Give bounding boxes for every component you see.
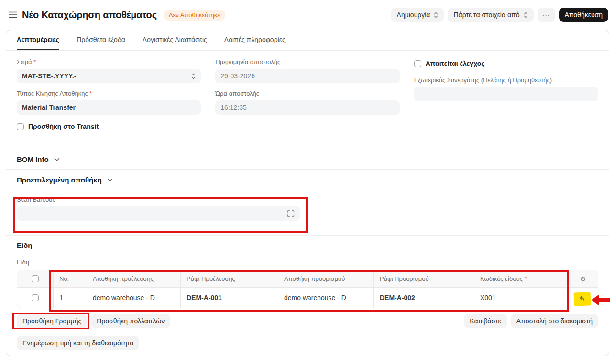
chevron-updown-icon bbox=[191, 73, 196, 79]
chevron-down-icon bbox=[107, 178, 113, 182]
update-rate-availability-button[interactable]: Ενημέρωση τιμή και τη διαθεσιμότητα bbox=[17, 336, 139, 350]
chevron-updown-icon bbox=[434, 12, 438, 18]
posting-date-field-group: Ημερομηνία αποστολής 29-03-2026 bbox=[215, 58, 399, 83]
chevron-down-icon bbox=[54, 158, 60, 161]
items-field-label: Είδη bbox=[17, 258, 598, 266]
bom-info-title: BOM Info bbox=[17, 155, 49, 163]
gear-icon[interactable]: ⚙ bbox=[580, 275, 586, 283]
external-partner-field-group: Εξωτερικός Συνεργάτης (Πελάτης ή Προμηθε… bbox=[414, 76, 598, 101]
items-section: Είδη Είδη No. Αποθήκη προέλευσης Ράφι Πρ… bbox=[6, 235, 609, 350]
upload-button[interactable]: Αποστολή στο διακομιστή bbox=[511, 314, 598, 328]
form-column-3: Απαιτείται έλεγχος Εξωτερικός Συνεργάτης… bbox=[414, 58, 598, 130]
col-target-warehouse: Αποθήκη προορισμού bbox=[278, 270, 374, 288]
form-column-1: Σειρά * MAT-STE-.YYYY.- Τύπος Κίνησης Απ… bbox=[17, 58, 201, 130]
items-table: No. Αποθήκη προέλευσης Ράφι Προέλευσης Α… bbox=[17, 270, 598, 308]
posting-date-input[interactable]: 29-03-2026 bbox=[215, 69, 399, 83]
col-source-shelf: Ράφι Προέλευσης bbox=[181, 270, 278, 288]
movement-type-input[interactable]: Material Transfer bbox=[17, 100, 201, 115]
items-heading: Είδη bbox=[17, 241, 598, 249]
scan-barcode-input[interactable] bbox=[17, 206, 300, 221]
cell-target-shelf[interactable]: DEM-A-002 bbox=[374, 288, 474, 308]
form-column-2: Ημερομηνία αποστολής 29-03-2026 Ώρα αποσ… bbox=[215, 58, 399, 130]
posting-time-label: Ώρα αποστολής bbox=[215, 90, 399, 97]
create-button[interactable]: Δημιουργία bbox=[391, 8, 444, 22]
tab-accounting-dimensions[interactable]: Λογιστικές Διαστάσεις bbox=[143, 30, 207, 50]
default-warehouse-title: Προεπιλεγμένη αποθήκη bbox=[17, 176, 102, 184]
add-to-transit-checkbox-row[interactable]: Προσθήκη στο Transit bbox=[17, 123, 201, 130]
stock-entry-page: Νέο Καταχώρηση αποθέματος Δεν Αποθηκεύτη… bbox=[0, 0, 615, 364]
status-badge: Δεν Αποθηκεύτηκε bbox=[164, 10, 225, 21]
inspection-required-checkbox[interactable] bbox=[414, 60, 421, 67]
col-source-warehouse: Αποθήκη προέλευσης bbox=[87, 270, 181, 288]
add-to-transit-checkbox[interactable] bbox=[17, 123, 24, 130]
posting-date-label: Ημερομηνία αποστολής bbox=[215, 58, 399, 65]
items-table-row: 1 demo warehouse - D DEM-A-001 demo ware… bbox=[17, 288, 598, 308]
add-to-transit-label: Προσθήκη στο Transit bbox=[28, 123, 99, 130]
get-items-from-button[interactable]: Πάρτε τα στοιχεία από bbox=[448, 8, 533, 22]
more-menu-button[interactable]: ··· bbox=[538, 8, 555, 22]
tab-other-info[interactable]: Λοιπές πληροφορίες bbox=[224, 30, 286, 50]
cell-no[interactable]: 1 bbox=[54, 288, 87, 308]
cell-item-code[interactable]: X001 bbox=[474, 288, 568, 308]
inspection-required-checkbox-row[interactable]: Απαιτείται έλεγχος bbox=[414, 60, 598, 67]
save-button[interactable]: Αποθήκευση bbox=[559, 8, 608, 22]
table-actions: Προσθήκη Γραμμής Προσθήκη πολλαπλών Κατε… bbox=[17, 314, 598, 328]
barcode-scan-icon[interactable] bbox=[287, 210, 295, 217]
add-row-button[interactable]: Προσθήκη Γραμμής bbox=[17, 314, 87, 328]
table-settings-cell: ⚙ bbox=[568, 270, 598, 288]
details-form: Σειρά * MAT-STE-.YYYY.- Τύπος Κίνησης Απ… bbox=[6, 51, 609, 149]
posting-time-input[interactable]: 16:12:35 bbox=[215, 100, 399, 115]
required-marker: * bbox=[89, 90, 92, 97]
tabbar: Λεπτομέρειες Πρόσθετα έξοδα Λογιστικές Δ… bbox=[6, 30, 609, 51]
hamburger-menu-icon[interactable] bbox=[8, 10, 18, 20]
external-partner-input[interactable] bbox=[414, 87, 598, 101]
series-label: Σειρά * bbox=[17, 58, 201, 65]
col-item-code: Κωδικός είδους * bbox=[474, 270, 568, 288]
col-no: No. bbox=[54, 270, 87, 288]
movement-type-field-group: Τύπος Κίνησης Αποθήκης * Material Transf… bbox=[17, 90, 201, 115]
tab-details[interactable]: Λεπτομέρειες bbox=[17, 30, 59, 50]
section-bom-info[interactable]: BOM Info bbox=[6, 149, 609, 169]
add-multiple-button[interactable]: Προσθήκη πολλαπλών bbox=[91, 314, 170, 328]
form-card: Λεπτομέρειες Πρόσθετα έξοδα Λογιστικές Δ… bbox=[6, 30, 609, 356]
cell-target-warehouse[interactable]: demo warehouse - D bbox=[278, 288, 374, 308]
page-title: Νέο Καταχώρηση αποθέματος bbox=[22, 10, 157, 21]
topbar-actions: Δημιουργία Πάρτε τα στοιχεία από ··· Απο… bbox=[391, 8, 608, 22]
items-table-header-row: No. Αποθήκη προέλευσης Ράφι Προέλευσης Α… bbox=[17, 270, 598, 288]
scan-barcode-label: Scan Barcode bbox=[17, 196, 598, 203]
chevron-updown-icon bbox=[524, 12, 528, 18]
inspection-required-label: Απαιτείται έλεγχος bbox=[426, 60, 485, 67]
row-checkbox-cell bbox=[17, 288, 54, 308]
required-marker: * bbox=[33, 58, 36, 65]
download-button[interactable]: Κατεβάστε bbox=[464, 314, 507, 328]
row-checkbox[interactable] bbox=[32, 294, 39, 301]
topbar: Νέο Καταχώρηση αποθέματος Δεν Αποθηκεύτη… bbox=[8, 7, 608, 23]
posting-time-field-group: Ώρα αποστολής 16:12:35 bbox=[215, 90, 399, 115]
scan-barcode-section: Scan Barcode bbox=[6, 190, 609, 235]
cell-source-shelf[interactable]: DEM-A-001 bbox=[181, 288, 278, 308]
select-all-checkbox[interactable] bbox=[32, 275, 39, 282]
series-field-group: Σειρά * MAT-STE-.YYYY.- bbox=[17, 58, 201, 83]
tab-additional-costs[interactable]: Πρόσθετα έξοδα bbox=[77, 30, 125, 50]
section-default-warehouse[interactable]: Προεπιλεγμένη αποθήκη bbox=[6, 169, 609, 190]
external-partner-label: Εξωτερικός Συνεργάτης (Πελάτης ή Προμηθε… bbox=[414, 76, 598, 84]
update-rate-row: Ενημέρωση τιμή και τη διαθεσιμότητα bbox=[17, 336, 598, 350]
movement-type-label: Τύπος Κίνησης Αποθήκης * bbox=[17, 90, 201, 97]
row-edit-cell[interactable] bbox=[568, 288, 598, 308]
col-target-shelf: Ράφι Προορισμού bbox=[374, 270, 474, 288]
required-marker: * bbox=[524, 275, 527, 282]
series-select[interactable]: MAT-STE-.YYYY.- bbox=[17, 69, 201, 83]
header-checkbox-cell bbox=[17, 270, 54, 288]
cell-source-warehouse[interactable]: demo warehouse - D bbox=[87, 288, 181, 308]
